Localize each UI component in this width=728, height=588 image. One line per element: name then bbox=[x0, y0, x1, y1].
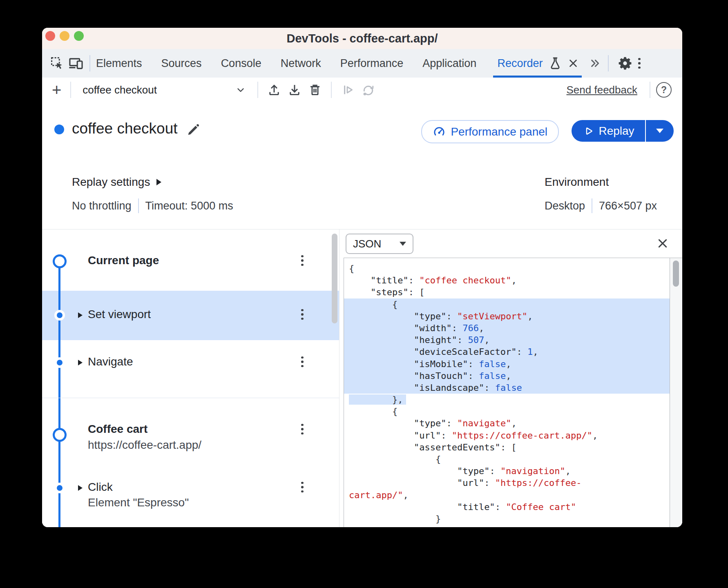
replay-button[interactable]: Replay bbox=[572, 125, 645, 138]
steps-scrollbar-thumb[interactable] bbox=[332, 234, 337, 323]
replay-button-group: Replay bbox=[572, 120, 674, 142]
step-navigate[interactable]: Navigate bbox=[88, 355, 133, 368]
coffee-cart-title: Coffee cart bbox=[88, 423, 147, 436]
code-scrollbar-track[interactable] bbox=[670, 258, 682, 527]
export-recording-button[interactable] bbox=[265, 81, 283, 99]
coffee-cart-url: https://coffee-cart.app/ bbox=[88, 439, 201, 452]
window-title: DevTools - coffee-cart.app/ bbox=[42, 28, 682, 49]
expand-step-icon[interactable] bbox=[78, 485, 83, 491]
json-panel: JSON { "title": "coffee checkout", "step… bbox=[339, 229, 682, 527]
step-menu-button[interactable] bbox=[301, 481, 304, 494]
delete-recording-button[interactable] bbox=[306, 81, 324, 99]
code-line: "type": "navigate", bbox=[344, 417, 670, 429]
chevron-down-icon bbox=[235, 85, 246, 95]
devtools-window: DevTools - coffee-cart.app/ Elements Sou… bbox=[42, 28, 682, 527]
devtools-menu-button[interactable] bbox=[638, 57, 641, 70]
performance-panel-button[interactable]: Performance panel bbox=[421, 120, 559, 143]
device-toolbar-button[interactable] bbox=[67, 54, 85, 73]
more-tabs-button[interactable] bbox=[588, 57, 601, 70]
add-recording-button[interactable]: + bbox=[52, 82, 61, 98]
tab-recorder[interactable]: Recorder bbox=[496, 49, 581, 78]
code-line: { bbox=[344, 298, 670, 310]
tab-elements[interactable]: Elements bbox=[96, 57, 142, 70]
tab-network[interactable]: Network bbox=[281, 57, 321, 70]
inspect-icon bbox=[50, 56, 65, 71]
close-recorder-tab-icon[interactable] bbox=[567, 57, 579, 69]
code-line: "type": "navigation", bbox=[344, 465, 670, 477]
recording-status-dot bbox=[54, 125, 64, 134]
recording-title: coffee checkout bbox=[72, 120, 178, 137]
click-marker bbox=[54, 483, 65, 493]
send-feedback-link[interactable]: Send feedback bbox=[567, 84, 637, 96]
gear-icon bbox=[617, 55, 633, 71]
tab-performance[interactable]: Performance bbox=[340, 57, 404, 70]
environment-label-text: Environment bbox=[545, 176, 609, 189]
format-select-value: JSON bbox=[353, 238, 381, 250]
resume-play-icon bbox=[341, 83, 355, 97]
steps-group-divider bbox=[42, 398, 339, 398]
step-through-replay-button[interactable] bbox=[339, 81, 357, 99]
tab-application[interactable]: Application bbox=[422, 57, 476, 70]
code-line: "title": "Coffee cart" bbox=[344, 501, 670, 513]
close-json-panel-button[interactable] bbox=[656, 237, 669, 250]
code-area[interactable]: { "title": "coffee checkout", "steps": [… bbox=[344, 258, 670, 527]
replay-settings-toggle[interactable]: Replay settings bbox=[72, 176, 161, 189]
code-line: "height": 507, bbox=[344, 334, 670, 346]
inspect-element-button[interactable] bbox=[48, 54, 67, 73]
code-scrollbar-thumb[interactable] bbox=[673, 261, 679, 287]
value-divider bbox=[592, 198, 592, 213]
step-menu-button[interactable] bbox=[301, 423, 304, 436]
step-menu-button[interactable] bbox=[301, 355, 304, 368]
toolbar-divider bbox=[257, 82, 258, 98]
step-click[interactable]: Click bbox=[88, 481, 113, 494]
recorder-toolbar: + coffee checkout Send feedback ? bbox=[42, 78, 682, 102]
toolbar-divider bbox=[331, 82, 332, 98]
timeout-value: Timeout: 5000 ms bbox=[145, 200, 233, 212]
code-line: "type": "setViewport", bbox=[344, 310, 670, 322]
edit-title-button[interactable] bbox=[186, 122, 201, 137]
tab-recorder-label: Recorder bbox=[497, 57, 543, 70]
code-line: "title": "coffee checkout", bbox=[344, 274, 670, 286]
title-bar: DevTools - coffee-cart.app/ bbox=[42, 28, 682, 49]
tab-console[interactable]: Console bbox=[221, 57, 261, 70]
coffee-cart-marker bbox=[53, 428, 67, 442]
step-set-viewport[interactable]: Set viewport bbox=[88, 308, 151, 321]
settings-button[interactable] bbox=[617, 55, 633, 71]
code-line: "assertedEvents": [ bbox=[344, 441, 670, 453]
rerecord-icon bbox=[361, 83, 375, 97]
replay-settings-values: No throttling Timeout: 5000 ms bbox=[72, 198, 233, 213]
rerecord-button[interactable] bbox=[359, 81, 377, 99]
toolbar-divider bbox=[70, 82, 71, 98]
code-line: "steps": [ bbox=[344, 286, 670, 298]
replay-settings-label: Replay settings bbox=[72, 176, 150, 189]
expand-step-icon[interactable] bbox=[78, 360, 83, 365]
pencil-icon bbox=[186, 122, 201, 137]
code-line: { bbox=[344, 263, 670, 274]
steps-panel: Current page Set viewport Navigate Coffe… bbox=[42, 229, 339, 527]
code-line: "hasTouch": false, bbox=[344, 370, 670, 382]
recording-select[interactable]: coffee checkout bbox=[77, 84, 252, 96]
play-icon bbox=[582, 125, 594, 137]
step-menu-button[interactable] bbox=[301, 254, 304, 267]
format-select[interactable]: JSON bbox=[346, 234, 413, 254]
code-line: { bbox=[344, 405, 670, 417]
expand-step-icon[interactable] bbox=[78, 312, 83, 318]
upload-icon bbox=[267, 83, 281, 97]
replay-label: Replay bbox=[598, 125, 634, 138]
help-button[interactable]: ? bbox=[656, 82, 672, 98]
replay-options-button[interactable] bbox=[646, 129, 674, 133]
tab-sources[interactable]: Sources bbox=[161, 57, 202, 70]
toolbar-divider bbox=[650, 82, 650, 98]
trash-icon bbox=[308, 83, 322, 97]
expand-arrow-icon bbox=[156, 179, 161, 185]
code-line: "width": 766, bbox=[344, 322, 670, 334]
code-line: "isMobile": false, bbox=[344, 358, 670, 370]
step-menu-button[interactable] bbox=[301, 308, 304, 321]
kebab-icon bbox=[638, 57, 641, 70]
double-chevron-icon bbox=[588, 57, 601, 70]
code-line: } bbox=[344, 513, 670, 525]
import-recording-button[interactable] bbox=[286, 81, 304, 99]
code-line: "url": "https://coffee-cart.app/", bbox=[344, 430, 670, 441]
code-line: ] bbox=[344, 525, 670, 527]
code-line: "url": "https://coffee- bbox=[344, 477, 670, 489]
